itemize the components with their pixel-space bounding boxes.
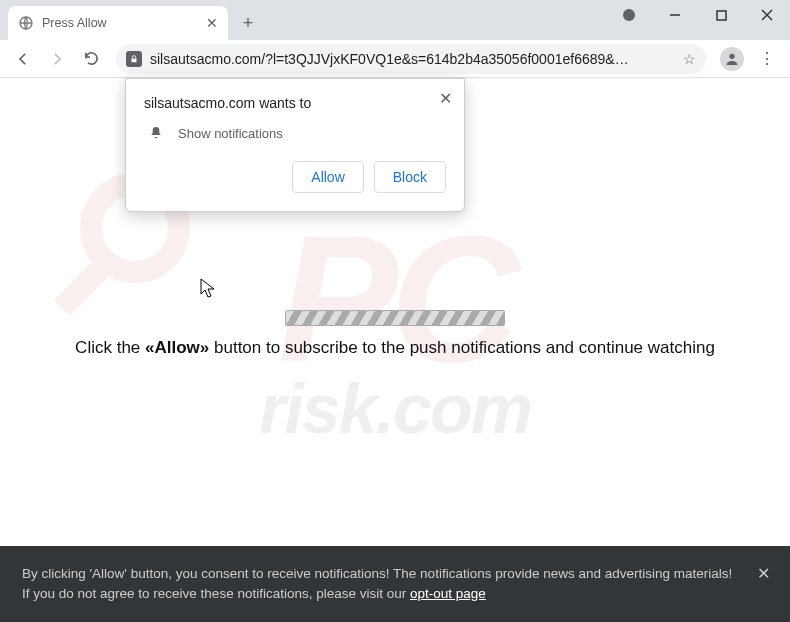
page-content: Click the «Allow» button to subscribe to… — [0, 310, 790, 358]
svg-point-7 — [729, 53, 734, 58]
instruction-pre: Click the — [75, 338, 145, 357]
browser-titlebar: Press Allow ✕ + — [0, 0, 790, 40]
window-controls — [606, 0, 790, 30]
browser-menu-button[interactable]: ⋮ — [752, 44, 782, 74]
instruction-bold: «Allow» — [145, 338, 209, 357]
back-button[interactable] — [8, 44, 38, 74]
bell-icon — [148, 125, 164, 141]
tab-close-icon[interactable]: ✕ — [206, 15, 218, 31]
window-minimize-button[interactable] — [652, 0, 698, 30]
globe-icon — [18, 15, 34, 31]
block-button[interactable]: Block — [374, 161, 446, 193]
instruction-text: Click the «Allow» button to subscribe to… — [0, 338, 790, 358]
consent-close-icon[interactable]: ✕ — [757, 562, 770, 586]
address-bar[interactable]: silsautsacmo.com/?l=t3QJJVjxKF0VQ1e&s=61… — [116, 44, 706, 74]
notification-permission-popup: ✕ silsautsacmo.com wants to Show notific… — [125, 78, 465, 212]
watermark-suffix: risk.com — [259, 369, 531, 449]
forward-button — [42, 44, 72, 74]
svg-rect-3 — [717, 11, 726, 20]
window-close-button[interactable] — [744, 0, 790, 30]
mouse-cursor-icon — [200, 278, 216, 304]
profile-avatar[interactable] — [720, 47, 744, 71]
consent-banner: ✕ By clicking 'Allow' button, you consen… — [0, 546, 790, 623]
allow-button[interactable]: Allow — [292, 161, 363, 193]
popup-origin-text: silsautsacmo.com wants to — [144, 95, 446, 111]
popup-close-icon[interactable]: ✕ — [439, 89, 452, 108]
incognito-indicator-icon — [606, 0, 652, 30]
fake-progress-bar — [285, 310, 505, 326]
svg-point-1 — [623, 9, 635, 21]
browser-toolbar: silsautsacmo.com/?l=t3QJJVjxKF0VQ1e&s=61… — [0, 40, 790, 78]
lock-icon — [126, 51, 142, 67]
bookmark-star-icon[interactable]: ☆ — [683, 51, 696, 67]
tab-title: Press Allow — [42, 16, 198, 30]
svg-rect-6 — [132, 58, 137, 62]
url-text: silsautsacmo.com/?l=t3QJJVjxKF0VQ1e&s=61… — [150, 51, 675, 67]
window-maximize-button[interactable] — [698, 0, 744, 30]
instruction-post: button to subscribe to the push notifica… — [209, 338, 715, 357]
page-viewport: PC risk.com ✕ silsautsacmo.com wants to … — [0, 78, 790, 622]
popup-permission-label: Show notifications — [178, 126, 283, 141]
popup-permission-row: Show notifications — [148, 125, 446, 141]
browser-tab[interactable]: Press Allow ✕ — [8, 6, 228, 40]
reload-button[interactable] — [76, 44, 106, 74]
consent-text: By clicking 'Allow' button, you consent … — [22, 566, 732, 601]
opt-out-link[interactable]: opt-out page — [410, 586, 486, 601]
new-tab-button[interactable]: + — [234, 9, 262, 37]
